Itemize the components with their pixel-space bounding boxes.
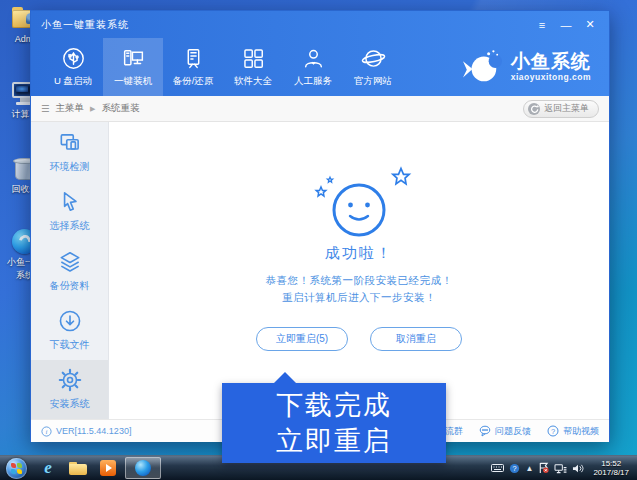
taskbar-active-app-button[interactable] (125, 457, 161, 479)
help-circle-icon: ? (547, 425, 559, 437)
sidebar-item-install-system[interactable]: 安装系统 (31, 360, 108, 419)
chat-bubble-icon (479, 425, 491, 437)
clock-date: 2017/8/17 (593, 468, 629, 477)
success-smiley-icon (297, 164, 421, 242)
usb-icon (61, 46, 86, 71)
sidebar-item-choose-system[interactable]: 选择系统 (31, 181, 108, 240)
success-message-line1: 恭喜您！系统第一阶段安装已经完成！ (109, 274, 609, 288)
action-center-flag-icon[interactable] (538, 462, 549, 474)
breadcrumb-separator-icon: ▶ (90, 105, 95, 113)
apps-grid-icon (241, 46, 266, 71)
layers-icon (57, 249, 83, 275)
windows-overlap-icon (57, 130, 83, 156)
nav-label: 备份/还原 (173, 75, 214, 88)
nav-item-backup-restore[interactable]: 备份/还原 (163, 38, 223, 96)
brand-logo[interactable]: 小鱼系统 xiaoyuxitong.com (461, 38, 591, 96)
nav-item-one-key-install[interactable]: 一键装机 (103, 38, 163, 96)
globe-icon (361, 46, 386, 71)
gear-icon (57, 367, 83, 393)
cursor-icon (57, 189, 83, 215)
svg-text:?: ? (551, 427, 555, 436)
help-video-link[interactable]: ? 帮助视频 (547, 425, 599, 438)
tray-expand-icon[interactable]: ▲ (525, 464, 533, 473)
list-menu-icon: ☰ (41, 103, 50, 114)
svg-text:i: i (46, 427, 48, 434)
nav-item-software-collection[interactable]: 软件大全 (223, 38, 283, 96)
back-button-label: 返回主菜单 (544, 102, 589, 115)
download-icon (57, 308, 83, 334)
restart-now-button[interactable]: 立即重启(5) (256, 327, 348, 351)
keyboard-icon[interactable] (491, 463, 504, 473)
version-text: VER[11.5.44.1230] (56, 426, 131, 436)
callout-line1: 下载完成 (276, 387, 392, 423)
minimize-icon[interactable]: — (557, 17, 575, 33)
back-arrow-icon (528, 103, 540, 115)
sidebar-item-env-check[interactable]: 环境检测 (31, 122, 108, 181)
sidebar-label: 下载文件 (50, 338, 90, 352)
nav-item-usb-boot[interactable]: U 盘启动 (43, 38, 103, 96)
brand-domain: xiaoyuxitong.com (511, 72, 591, 82)
nav-label: 软件大全 (234, 75, 272, 88)
titlebar[interactable]: 小鱼一键重装系统 ≡ — ✕ (31, 11, 609, 38)
nav-label: 一键装机 (114, 75, 152, 88)
back-to-main-menu-button[interactable]: 返回主菜单 (523, 100, 599, 118)
success-message-line2: 重启计算机后进入下一步安装！ (109, 291, 609, 305)
sidebar-label: 选择系统 (50, 219, 90, 233)
taskbar-ie-icon[interactable]: e (35, 457, 61, 479)
breadcrumb: ☰ 主菜单 ▶ 系统重装 返回主菜单 (31, 96, 609, 122)
info-icon: i (41, 426, 52, 437)
start-button[interactable] (6, 458, 27, 479)
computer-icon (121, 46, 146, 71)
callout-line2: 立即重启 (276, 423, 392, 459)
taskbar-media-player-icon[interactable] (95, 457, 121, 479)
sidebar-label: 备份资料 (50, 279, 90, 293)
nav-item-human-service[interactable]: 人工服务 (283, 38, 343, 96)
cancel-restart-button[interactable]: 取消重启 (370, 327, 462, 351)
tray-help-icon[interactable]: ? (509, 463, 520, 474)
sidebar-label: 环境检测 (50, 160, 90, 174)
close-icon[interactable]: ✕ (581, 17, 599, 33)
success-title: 成功啦！ (109, 244, 609, 263)
sidebar-item-backup-data[interactable]: 备份资料 (31, 241, 108, 300)
app-header: 小鱼一键重装系统 ≡ — ✕ U 盘启动 一 (31, 11, 609, 96)
brand-name: 小鱼系统 (511, 52, 591, 72)
sidebar-item-download-file[interactable]: 下载文件 (31, 300, 108, 359)
speaker-icon[interactable] (572, 463, 584, 474)
status-link-label: 问题反馈 (495, 425, 531, 438)
server-icon (181, 46, 206, 71)
top-nav: U 盘启动 一键装机 备份/还原 (31, 38, 609, 96)
active-app-icon (135, 460, 151, 476)
app-window: 小鱼一键重装系统 ≡ — ✕ U 盘启动 一 (30, 10, 610, 442)
network-icon[interactable] (554, 463, 567, 474)
fish-logo-icon (461, 48, 503, 86)
nav-label: U 盘启动 (54, 75, 92, 88)
taskbar-clock[interactable]: 15:52 2017/8/17 (593, 459, 629, 477)
person-icon (301, 46, 326, 71)
sidebar-label: 安装系统 (50, 397, 90, 411)
clock-time: 15:52 (593, 459, 629, 468)
nav-label: 官方网站 (354, 75, 392, 88)
breadcrumb-root[interactable]: 主菜单 (56, 102, 85, 115)
system-tray: ? ▲ 15:52 2017/8/17 (491, 459, 633, 477)
menu-icon[interactable]: ≡ (533, 17, 551, 33)
feedback-link[interactable]: 问题反馈 (479, 425, 531, 438)
sidebar: 环境检测 选择系统 备份资料 (31, 122, 109, 419)
nav-item-official-website[interactable]: 官方网站 (343, 38, 403, 96)
status-link-label: 帮助视频 (563, 425, 599, 438)
version-info: i VER[11.5.44.1230] (41, 426, 131, 437)
svg-text:?: ? (513, 464, 517, 473)
windows-flag-icon (11, 463, 22, 474)
nav-label: 人工服务 (294, 75, 332, 88)
window-title: 小鱼一键重装系统 (41, 18, 527, 32)
breadcrumb-current: 系统重装 (101, 102, 139, 115)
download-complete-callout: 下载完成 立即重启 (222, 383, 446, 463)
taskbar-explorer-icon[interactable] (65, 457, 91, 479)
main-content: 成功啦！ 恭喜您！系统第一阶段安装已经完成！ 重启计算机后进入下一步安装！ 立即… (109, 122, 609, 419)
